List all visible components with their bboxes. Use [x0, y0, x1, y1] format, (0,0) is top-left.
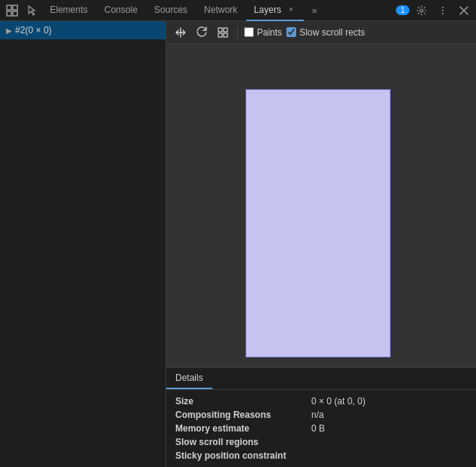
- detail-row-sticky: Sticky position constraint: [175, 449, 467, 462]
- svg-rect-0: [7, 5, 11, 10]
- layer-rectangle: [246, 89, 391, 357]
- layer-edge-line: [390, 89, 391, 357]
- detail-row-memory: Memory estimate 0 B: [175, 422, 467, 435]
- details-content: Size 0 × 0 (at 0, 0) Compositing Reasons…: [166, 390, 476, 467]
- main-area: ▶ #2(0 × 0): [0, 21, 476, 467]
- layer-arrow-icon: ▶: [6, 26, 12, 35]
- svg-rect-2: [7, 11, 11, 16]
- svg-point-5: [442, 7, 444, 8]
- detail-row-size: Size 0 × 0 (at 0, 0): [175, 394, 467, 408]
- close-devtools-button[interactable]: [455, 2, 473, 20]
- svg-point-4: [420, 9, 423, 12]
- close-tab-icon[interactable]: ×: [286, 5, 296, 15]
- tab-bar-right: 1: [396, 2, 473, 20]
- paints-checkbox[interactable]: [244, 27, 254, 37]
- svg-rect-11: [224, 33, 227, 37]
- svg-point-7: [442, 13, 444, 14]
- more-tabs-button[interactable]: »: [305, 2, 323, 20]
- details-tab[interactable]: Details: [166, 368, 212, 389]
- settings-button[interactable]: [413, 2, 431, 20]
- reset-transform-button[interactable]: [215, 24, 231, 41]
- tab-layers[interactable]: Layers ×: [246, 0, 304, 21]
- rotate-tool-button[interactable]: [193, 24, 210, 41]
- devtools-icon[interactable]: [3, 2, 21, 20]
- pan-tool-button[interactable]: [172, 24, 189, 41]
- svg-rect-10: [218, 33, 222, 37]
- layers-toolbar: Paints Slow scroll rects: [166, 21, 476, 44]
- canvas-area[interactable]: [166, 44, 476, 367]
- svg-rect-9: [224, 28, 227, 32]
- tab-sources[interactable]: Sources: [147, 0, 195, 21]
- tab-elements[interactable]: Elements: [42, 0, 95, 21]
- slow-scroll-checkbox-label[interactable]: Slow scroll rects: [286, 27, 365, 38]
- tab-bar: Elements Console Sources Network Layers …: [0, 0, 476, 21]
- details-panel: Details Size 0 × 0 (at 0, 0) Compositing…: [166, 367, 476, 467]
- tab-network[interactable]: Network: [196, 0, 245, 21]
- right-panel: Paints Slow scroll rects Details: [166, 21, 476, 467]
- layer-item[interactable]: ▶ #2(0 × 0): [0, 21, 165, 39]
- detail-row-slow-scroll: Slow scroll regions: [175, 435, 467, 449]
- details-tabs: Details: [166, 368, 476, 390]
- console-badge: 1: [396, 5, 410, 15]
- toolbar-separator: [237, 26, 238, 39]
- slow-scroll-checkbox[interactable]: [286, 27, 296, 37]
- svg-rect-3: [13, 11, 17, 16]
- detail-row-compositing: Compositing Reasons n/a: [175, 408, 467, 422]
- tab-bar-left: Elements Console Sources Network Layers …: [3, 0, 323, 21]
- tab-console[interactable]: Console: [97, 0, 145, 21]
- layer-tree-panel: ▶ #2(0 × 0): [0, 21, 166, 467]
- svg-point-6: [442, 10, 444, 11]
- svg-rect-8: [218, 28, 222, 32]
- inspect-icon[interactable]: [23, 2, 41, 20]
- paints-checkbox-label[interactable]: Paints: [244, 27, 282, 38]
- svg-rect-1: [13, 5, 17, 10]
- customize-button[interactable]: [434, 2, 452, 20]
